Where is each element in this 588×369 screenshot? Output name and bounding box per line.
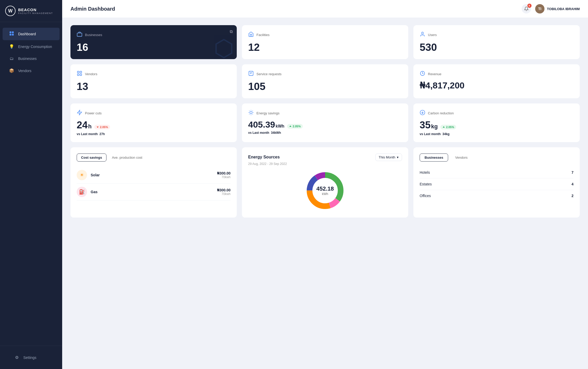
facilities-label: Facilities <box>256 33 270 37</box>
source-gas-right: ₦300.00 70kwh <box>217 188 231 196</box>
tab-cost-savings[interactable]: Cost savings <box>77 154 106 162</box>
logo-icon: W <box>5 6 16 16</box>
businesses-icon: 🗂 <box>9 56 15 61</box>
carbon-reduction-badge: 2.05% <box>440 125 456 129</box>
biz-row-hotels: Hotels 7 <box>420 167 573 178</box>
svg-rect-1 <box>12 31 14 33</box>
energy-savings-unit: kWh <box>276 124 284 129</box>
header-right: 8 TI TOBILOBA IBRAHIM <box>522 4 580 13</box>
businesses-vendors-card: Businesses Vendors Hotels 7 Estates 4 Of… <box>413 147 580 218</box>
page-title: Admin Dashboard <box>70 6 115 12</box>
user-info[interactable]: TI TOBILOBA IBRAHIM <box>535 4 580 13</box>
energy-sources-header: Energy Sources This Month ▾ <box>248 154 402 161</box>
notification-button[interactable]: 8 <box>522 4 531 13</box>
stat-card-businesses: Businesses 16 ⧉ ⬡ <box>70 25 237 59</box>
sidebar-item-vendors[interactable]: 📦 Vendors <box>3 65 60 76</box>
energy-sources-dropdown[interactable]: This Month ▾ <box>375 154 402 161</box>
energy-sources-card: Energy Sources This Month ▾ 29 Aug, 2022… <box>242 147 408 218</box>
carbon-reduction-value-row: 35 kg 2.05% <box>420 120 573 131</box>
stat-card-facilities: Facilities 12 <box>242 25 408 59</box>
stats-row-2: Vendors 13 Service requests 105 <box>70 64 580 98</box>
power-cuts-unit: h <box>88 123 91 130</box>
card-watermark: ⬡ <box>214 34 234 59</box>
source-solar-left: ☀ Solar <box>77 170 100 180</box>
tab-vendors[interactable]: Vendors <box>450 154 472 162</box>
source-solar-row: ☀ Solar ₦300.00 70kwh <box>77 167 231 184</box>
businesses-value: 16 <box>77 41 231 53</box>
sidebar: W BEACON FACILITY MANAGEMENT Dashboard 💡… <box>0 0 62 369</box>
donut-chart: 452.18 kWh <box>304 170 346 211</box>
energy-sources-date: 29 Aug, 2022 - 29 Sep 2022 <box>248 162 402 166</box>
sidebar-bottom: ⚙ Settings <box>0 346 62 369</box>
source-gas-left: ⛽ Gas <box>77 187 97 197</box>
biz-vendors-tabs: Businesses Vendors <box>420 154 573 162</box>
sidebar-item-businesses[interactable]: 🗂 Businesses <box>3 53 60 64</box>
facilities-stat-icon <box>248 31 254 38</box>
sidebar-item-label-businesses: Businesses <box>18 57 37 61</box>
chevron-down-icon: ▾ <box>397 155 399 159</box>
power-cuts-badge: 2.05% <box>94 125 110 129</box>
biz-row-estates: Estates 4 <box>420 178 573 190</box>
donut-value: 452.18 <box>316 185 334 192</box>
biz-estates-count: 4 <box>571 182 573 186</box>
energy-savings-label: Energy savings <box>256 111 279 115</box>
stat-card-vendors: Vendors 13 <box>70 64 237 98</box>
carbon-reduction-unit: kg <box>431 123 438 130</box>
svg-point-13 <box>250 111 252 114</box>
notification-badge: 8 <box>527 4 532 8</box>
logo-sub: FACILITY MANAGEMENT <box>18 12 53 15</box>
tab-ave-production-cost[interactable]: Ave. production cost <box>107 154 147 162</box>
energy-savings-icon <box>248 110 254 117</box>
logo-name: BEACON <box>18 8 53 12</box>
svg-rect-2 <box>10 34 11 36</box>
power-cuts-value-row: 24 h 2.05% <box>77 120 231 131</box>
sidebar-item-label-energy: Energy Consumption <box>18 45 52 49</box>
stat-card-carbon-reduction: Carbon reduction 35 kg 2.05% vs Last mon… <box>413 103 580 142</box>
sidebar-item-energy[interactable]: 💡 Energy Consumption <box>3 41 60 52</box>
source-gas-name: Gas <box>91 190 97 194</box>
energy-sources-title: Energy Sources <box>248 155 280 159</box>
source-solar-name: Solar <box>91 173 100 177</box>
tab-businesses[interactable]: Businesses <box>420 154 448 162</box>
stat-card-users: Users 530 <box>413 25 580 59</box>
power-cuts-label: Power cuts <box>85 111 102 115</box>
svg-point-6 <box>421 32 423 34</box>
source-solar-amount: ₦300.00 <box>217 171 231 175</box>
sidebar-item-dashboard[interactable]: Dashboard <box>3 28 60 40</box>
external-link-icon[interactable]: ⧉ <box>230 29 233 34</box>
user-name: TOBILOBA IBRAHIM <box>547 7 580 11</box>
users-stat-icon <box>420 31 425 38</box>
sidebar-item-label-dashboard: Dashboard <box>18 32 36 36</box>
energy-savings-badge: 2.05% <box>287 124 303 129</box>
svg-rect-8 <box>80 71 82 73</box>
logo-text: BEACON FACILITY MANAGEMENT <box>18 8 53 15</box>
service-requests-label: Service requests <box>256 72 282 76</box>
solar-icon: ☀ <box>77 170 87 180</box>
stat-card-revenue: Revenue ₦4,817,200 <box>413 64 580 98</box>
svg-rect-4 <box>77 33 82 36</box>
dashboard-content: Businesses 16 ⧉ ⬡ Facilities 12 <box>62 18 588 369</box>
users-value: 530 <box>420 41 573 53</box>
vendors-value: 13 <box>77 81 231 92</box>
biz-estates-name: Estates <box>420 182 432 186</box>
power-cuts-icon <box>77 110 82 117</box>
sidebar-item-label-settings: Settings <box>23 356 37 360</box>
service-requests-stat-icon <box>248 71 254 78</box>
biz-row-offices: Offices 2 <box>420 190 573 201</box>
stat-card-energy-savings: Energy savings 405.39 kWh 2.05% vs Last … <box>242 103 408 142</box>
power-cuts-vs: vs Last month 27h <box>77 132 231 136</box>
svg-rect-3 <box>12 34 14 36</box>
energy-icon: 💡 <box>9 44 15 49</box>
sidebar-item-settings[interactable]: ⚙ Settings <box>8 352 54 363</box>
source-gas-amount: ₦300.00 <box>217 188 231 192</box>
vendors-icon: 📦 <box>9 68 15 73</box>
stat-card-service-requests: Service requests 105 <box>242 64 408 98</box>
revenue-stat-icon <box>420 71 425 78</box>
sidebar-nav: Dashboard 💡 Energy Consumption 🗂 Busines… <box>0 22 62 346</box>
cost-savings-tabs: Cost savings Ave. production cost <box>77 154 231 162</box>
vendors-label: Vendors <box>85 72 97 76</box>
biz-offices-count: 2 <box>571 194 573 198</box>
carbon-reduction-value: 35 <box>420 120 431 131</box>
carbon-reduction-vs: vs Last month 34kg <box>420 132 573 136</box>
source-gas-row: ⛽ Gas ₦300.00 70kwh <box>77 184 231 200</box>
